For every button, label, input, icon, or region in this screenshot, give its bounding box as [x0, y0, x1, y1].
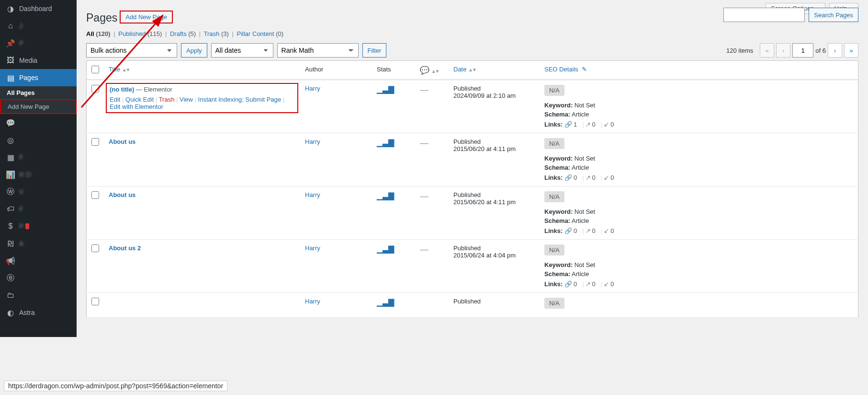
- page-last-button[interactable]: »: [844, 43, 858, 58]
- current-page-input[interactable]: [792, 43, 813, 58]
- stats-icon[interactable]: ▁▃▇: [377, 245, 394, 253]
- row-checkbox[interactable]: [91, 138, 99, 146]
- sidebar-sub-add-new[interactable]: Add New Page: [0, 99, 77, 114]
- row-action-view[interactable]: View: [180, 96, 193, 103]
- external-icon: ↗: [586, 227, 591, 234]
- page-title: Pages: [86, 7, 117, 26]
- sidebar-item-obscured-2[interactable]: 📌P: [0, 35, 77, 52]
- target-icon: ◎: [6, 135, 15, 145]
- table-row: About us Harry ▁▃▇ — Published2015/06/20…: [87, 186, 858, 240]
- author-link[interactable]: Harry: [305, 191, 320, 198]
- filter-trash[interactable]: Trash (3): [204, 30, 229, 37]
- pages-icon: ▤: [6, 73, 15, 82]
- page-first-button[interactable]: «: [760, 43, 774, 58]
- row-date-status: Published: [453, 191, 535, 198]
- filter-button[interactable]: Filter: [362, 43, 387, 58]
- select-all-checkbox[interactable]: [91, 66, 99, 73]
- link-icon: 🔗: [564, 121, 572, 128]
- row-date-status: Published: [453, 85, 535, 92]
- table-row: Harry ▁▃▇ Published N/A: [87, 293, 858, 318]
- sidebar-item-obscured-5[interactable]: ▦F: [0, 149, 77, 166]
- links-outgoing: ↗ 0: [586, 174, 596, 181]
- row-checkbox[interactable]: [91, 85, 99, 93]
- incoming-icon: ↙: [604, 227, 609, 234]
- stats-icon[interactable]: ▁▃▇: [377, 85, 394, 93]
- form-icon: ▦: [6, 152, 15, 162]
- rankmath-filter-select[interactable]: Rank Math: [277, 43, 359, 58]
- search-input[interactable]: [723, 8, 805, 22]
- sidebar-label: Pages: [19, 74, 38, 81]
- links-incoming: ↙ 0: [604, 227, 614, 234]
- add-new-page-button[interactable]: Add New Page: [120, 11, 172, 23]
- stats-icon[interactable]: ▁▃▇: [377, 298, 394, 306]
- stats-icon[interactable]: ▁▃▇: [377, 192, 394, 200]
- sidebar-item-obscured-10[interactable]: ₪A: [0, 235, 77, 252]
- pin-icon: 📌: [6, 38, 15, 48]
- row-title-link[interactable]: About us 2: [109, 244, 141, 252]
- sidebar-item-obscured-9[interactable]: $P: [0, 218, 77, 235]
- row-date-text: 2015/06/24 at 4:04 pm: [453, 252, 516, 259]
- author-link[interactable]: Harry: [305, 85, 320, 92]
- filter-pillar[interactable]: Pillar Content (0): [237, 30, 283, 37]
- col-title[interactable]: Title ▲▼: [109, 66, 130, 73]
- row-action-quickedit[interactable]: Quick Edit: [125, 96, 154, 103]
- sidebar-item-obscured-1[interactable]: ⌂J: [0, 17, 77, 35]
- seo-na-badge: N/A: [544, 244, 564, 256]
- comment-count: —: [420, 244, 428, 254]
- page-prev-button[interactable]: ‹: [776, 43, 790, 58]
- sidebar-item-obscured-8[interactable]: 🏷F: [0, 200, 77, 218]
- seo-schema: Article: [572, 270, 589, 278]
- date-filter-select[interactable]: All dates: [211, 43, 273, 58]
- author-link[interactable]: Harry: [305, 244, 320, 252]
- row-action-edit[interactable]: Edit: [110, 96, 120, 103]
- seo-na-badge: N/A: [544, 298, 564, 309]
- sidebar-label: V: [19, 188, 23, 196]
- stats-icon[interactable]: ▁▃▇: [377, 139, 394, 147]
- col-seo[interactable]: SEO Details ✎: [544, 66, 587, 73]
- admin-sidebar: ◑Dashboard ⌂J 📌P 🖾Media ▤Pages All Pages…: [0, 0, 77, 337]
- row-action-trash[interactable]: Trash: [159, 96, 175, 103]
- sidebar-item-obscured-6[interactable]: 📊R O: [0, 166, 77, 183]
- seo-keyword: Not Set: [575, 208, 595, 215]
- seo-schema: Article: [572, 217, 589, 224]
- filter-drafts[interactable]: Drafts (5): [170, 30, 196, 37]
- sidebar-item-obscured-13[interactable]: 🗀: [0, 287, 77, 304]
- search-pages-button[interactable]: Search Pages: [809, 8, 858, 22]
- sidebar-item-dashboard[interactable]: ◑Dashboard: [0, 0, 77, 17]
- external-icon: ↗: [586, 174, 591, 181]
- row-title-link[interactable]: About us: [109, 138, 135, 145]
- sidebar-item-pages[interactable]: ▤Pages: [0, 69, 77, 86]
- row-date-text: 2015/06/20 at 4:11 pm: [453, 198, 516, 206]
- row-action-elementor[interactable]: Edit with Elementor: [110, 103, 163, 110]
- sidebar-item-obscured-11[interactable]: 📢: [0, 252, 77, 269]
- row-checkbox[interactable]: [91, 191, 99, 199]
- sidebar-item-astra[interactable]: ◐Astra: [0, 304, 77, 321]
- author-link[interactable]: Harry: [305, 138, 320, 145]
- page-next-button[interactable]: ›: [828, 43, 842, 58]
- sidebar-item-obscured-4[interactable]: ◎: [0, 131, 77, 149]
- sidebar-label: P: [19, 39, 23, 47]
- links-outgoing: ↗ 0: [586, 280, 596, 288]
- author-link[interactable]: Harry: [305, 298, 320, 305]
- sidebar-item-comments[interactable]: 💬: [0, 114, 77, 131]
- filter-published[interactable]: Published (115): [118, 30, 162, 37]
- row-title-link[interactable]: (no title): [110, 86, 134, 93]
- sidebar-item-obscured-12[interactable]: ⓔ: [0, 269, 77, 287]
- row-checkbox[interactable]: [91, 244, 99, 252]
- apply-button[interactable]: Apply: [181, 43, 207, 58]
- sidebar-item-obscured-7[interactable]: ⓦV: [0, 183, 77, 200]
- col-date[interactable]: Date ▲▼: [453, 66, 476, 73]
- bulk-actions-select[interactable]: Bulk actions: [86, 43, 177, 58]
- row-title-link[interactable]: About us: [109, 191, 135, 198]
- col-comments[interactable]: 💬 ▲▼: [415, 61, 449, 80]
- page-of-label: of 6: [815, 47, 826, 54]
- link-icon: 🔗: [564, 174, 572, 181]
- sidebar-label: J: [19, 22, 23, 30]
- external-icon: ↗: [586, 280, 591, 288]
- sidebar-item-media[interactable]: 🖾Media: [0, 52, 77, 69]
- astra-icon: ◐: [6, 308, 15, 317]
- sidebar-sub-all-pages[interactable]: All Pages: [0, 86, 77, 99]
- row-checkbox[interactable]: [91, 298, 99, 305]
- filter-all[interactable]: All: [86, 30, 94, 37]
- row-action-instant[interactable]: Instant Indexing: Submit Page: [198, 96, 281, 103]
